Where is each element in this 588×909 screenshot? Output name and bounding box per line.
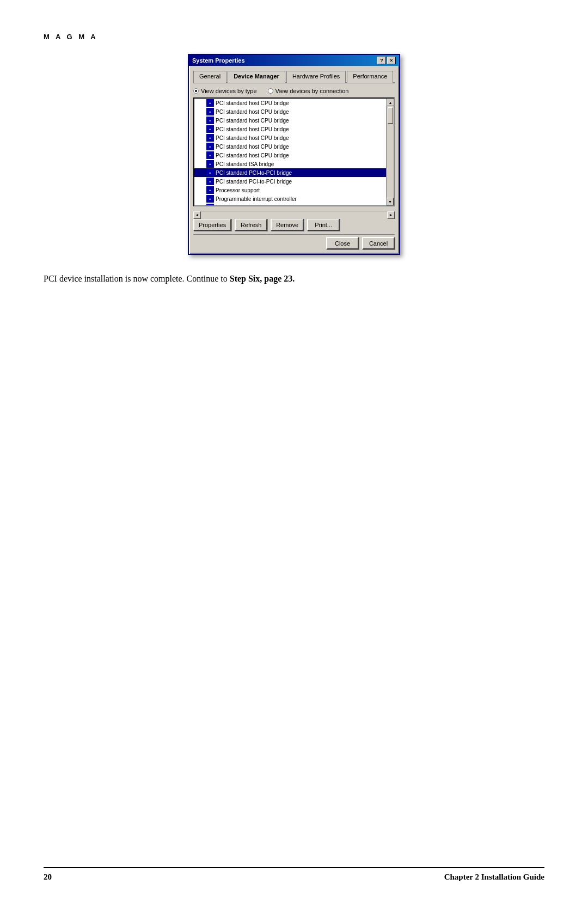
radio-by-type[interactable]: View devices by type: [193, 88, 257, 94]
list-item[interactable]: ▪ PCI standard host CPU bridge: [194, 116, 386, 125]
help-button[interactable]: ?: [377, 57, 386, 64]
dialog-titlebar: System Properties ? ×: [189, 55, 399, 66]
radio-row: View devices by type View devices by con…: [193, 88, 395, 94]
bottom-button-row: Close Cancel: [193, 234, 395, 249]
print-button[interactable]: Print...: [307, 218, 340, 231]
dialog-wrapper: System Properties ? × General Device Man…: [44, 54, 544, 255]
footer-page-number: 20: [44, 873, 52, 882]
tab-device-manager[interactable]: Device Manager: [228, 71, 285, 83]
tab-bar: General Device Manager Hardware Profiles…: [193, 70, 395, 83]
scroll-right-arrow[interactable]: ►: [387, 211, 395, 219]
tab-hardware-profiles[interactable]: Hardware Profiles: [286, 71, 346, 83]
main-paragraph: PCI device installation is now complete.…: [44, 272, 479, 285]
radio-by-connection-label: View devices by connection: [275, 88, 349, 94]
footer-chapter-text: Chapter 2 Installation Guide: [444, 873, 544, 882]
remove-button[interactable]: Remove: [271, 218, 304, 231]
device-icon: ▪: [206, 160, 214, 168]
device-icon: ▪: [206, 178, 214, 185]
properties-button[interactable]: Properties: [193, 218, 231, 231]
scroll-up-arrow[interactable]: ▲: [387, 99, 394, 106]
brand-header: M A G M A: [44, 33, 544, 41]
refresh-button[interactable]: Refresh: [235, 218, 267, 231]
device-icon: ▪: [206, 108, 214, 115]
list-item[interactable]: ▪ Programmable interrupt controller: [194, 194, 386, 203]
list-item[interactable]: ▪ PCI standard PCI-to-PCI bridge: [194, 177, 386, 186]
list-item[interactable]: ▪ PCI standard host CPU bridge: [194, 133, 386, 142]
list-item[interactable]: ▪ PCI standard host CPU bridge: [194, 142, 386, 151]
cancel-button[interactable]: Cancel: [362, 237, 395, 249]
list-item[interactable]: ▪ PCI standard host CPU bridge: [194, 107, 386, 116]
device-icon: ▪: [206, 125, 214, 133]
listbox-container: ▪ PCI standard host CPU bridge ▪ PCI sta…: [193, 97, 395, 218]
horizontal-scrollbar[interactable]: ◄ ►: [193, 211, 395, 218]
listbox-inner: ▪ PCI standard host CPU bridge ▪ PCI sta…: [194, 99, 386, 205]
action-button-row: Properties Refresh Remove Print...: [193, 218, 395, 231]
list-item-selected[interactable]: ▪ PCI standard PCI-to-PCI bridge: [194, 168, 386, 177]
scroll-down-arrow[interactable]: ▼: [387, 198, 394, 205]
close-icon[interactable]: ×: [387, 57, 396, 64]
device-listbox[interactable]: ▪ PCI standard host CPU bridge ▪ PCI sta…: [193, 97, 395, 206]
dialog-title: System Properties: [192, 57, 245, 64]
device-icon: ▪: [206, 134, 214, 142]
list-item[interactable]: ▪ Processor support: [194, 186, 386, 194]
paragraph-text-bold: Step Six, page 23.: [230, 274, 295, 283]
scroll-h-track: [201, 211, 387, 219]
list-item[interactable]: ▪ PCI standard host CPU bridge: [194, 125, 386, 133]
list-item[interactable]: ▪ PCI standard ISA bridge: [194, 160, 386, 168]
scroll-thumb[interactable]: [388, 107, 393, 124]
scroll-left-arrow[interactable]: ◄: [193, 211, 201, 219]
page-footer: 20 Chapter 2 Installation Guide: [44, 867, 544, 882]
device-icon: ▪: [206, 169, 214, 176]
list-item[interactable]: ▪ PCI standard host CPU bridge: [194, 99, 386, 107]
radio-by-connection-circle[interactable]: [268, 88, 273, 94]
page-container: M A G M A System Properties ? × General …: [0, 0, 588, 909]
device-icon: ▪: [206, 117, 214, 124]
list-item[interactable]: ▪ SCI IRQ used by ACPI bus: [194, 203, 386, 205]
device-icon: ▪: [206, 204, 214, 205]
list-item[interactable]: ▪ PCI standard host CPU bridge: [194, 151, 386, 160]
radio-by-type-circle[interactable]: [193, 88, 199, 94]
vertical-scrollbar[interactable]: ▲ ▼: [386, 99, 394, 205]
device-icon: ▪: [206, 195, 214, 203]
dialog-controls: ? ×: [377, 57, 396, 64]
device-icon: ▪: [206, 186, 214, 194]
radio-by-connection[interactable]: View devices by connection: [268, 88, 349, 94]
dialog-body: General Device Manager Hardware Profiles…: [189, 66, 399, 254]
tab-general[interactable]: General: [193, 71, 226, 83]
close-button[interactable]: Close: [326, 237, 359, 249]
device-icon: ▪: [206, 143, 214, 150]
device-icon: ▪: [206, 151, 214, 159]
paragraph-text-before: PCI device installation is now complete.…: [44, 274, 230, 283]
radio-by-type-label: View devices by type: [201, 88, 257, 94]
tab-performance[interactable]: Performance: [347, 71, 393, 83]
device-icon: ▪: [206, 99, 214, 107]
system-properties-dialog: System Properties ? × General Device Man…: [188, 54, 400, 255]
